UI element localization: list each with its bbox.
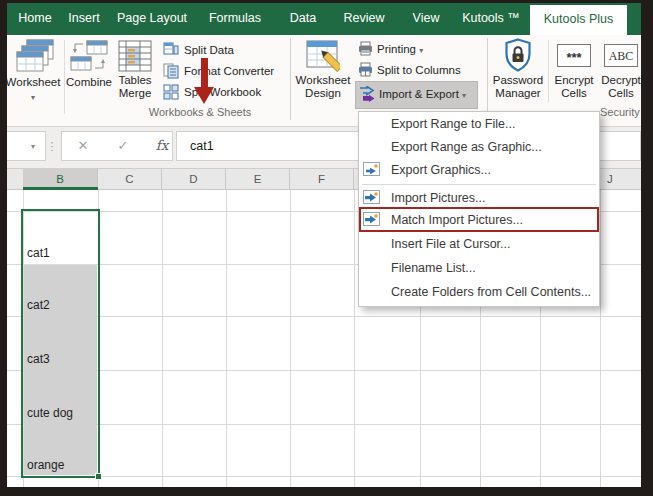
menu-item-export-range-as-graphic[interactable]: Export Range as Graphic... (359, 136, 599, 159)
menu-item-export-range-to-file[interactable]: Export Range to File... (359, 113, 599, 136)
fill-handle[interactable] (95, 473, 102, 480)
worksheet-stack-icon (16, 39, 54, 73)
printing-icon (358, 41, 373, 56)
tab-kutools[interactable]: Kutools ™ (446, 8, 536, 32)
gridline (162, 190, 163, 487)
decrypt-cells-button[interactable]: Decrypt Cells (596, 74, 646, 100)
formula-bar-dots-icon[interactable]: ⋮ (46, 136, 58, 156)
highlight-box (359, 207, 599, 232)
gridline (290, 190, 291, 487)
menu-item-export-graphics[interactable]: Export Graphics... (359, 159, 599, 182)
split-workbook-icon (163, 84, 179, 100)
import-export-menu: Export Range to File... Export Range as … (358, 111, 600, 307)
insert-function-icon[interactable]: fx (151, 137, 173, 153)
split-to-columns-icon (358, 62, 373, 77)
printing-caret-icon: ▾ (419, 46, 423, 55)
group-label-security: Security (600, 106, 645, 118)
split-data-icon (163, 42, 179, 58)
column-header-D[interactable]: D (162, 168, 226, 190)
group-separator (290, 38, 291, 120)
encrypt-cells-button[interactable]: Encrypt Cells (549, 74, 599, 100)
name-box-caret-icon[interactable]: ▾ (24, 143, 42, 151)
frame-border-left (0, 0, 7, 496)
column-header-J[interactable]: J (600, 168, 641, 190)
password-manager-shield-icon (503, 38, 533, 72)
menu-item-filename-list[interactable]: Filename List... (359, 257, 599, 280)
combine-button[interactable]: Combine (62, 76, 116, 89)
tab-page-layout[interactable]: Page Layout (102, 8, 202, 32)
tables-merge-label-1: Tables (110, 74, 160, 87)
selected-column-underline (23, 187, 98, 190)
gridline (226, 190, 227, 487)
enter-icon[interactable]: ✓ (112, 136, 134, 156)
split-data-button[interactable]: Split Data (184, 43, 234, 57)
import-export-button[interactable]: Import & Export ▾ (379, 87, 466, 101)
encrypt-cells-label-2: Cells (549, 87, 599, 100)
worksheet-design-label-1: Worksheet (292, 74, 354, 87)
tables-merge-button[interactable]: Tables Merge (110, 74, 160, 100)
frame-border-right (641, 0, 653, 496)
worksheet-design-button[interactable]: Worksheet Design (292, 74, 354, 100)
encrypt-cells-label-1: Encrypt (549, 74, 599, 87)
decrypt-cells-label-2: Cells (596, 87, 646, 100)
group-label-workbooks-sheets: Workbooks & Sheets (110, 106, 290, 118)
export-graphics-icon (363, 162, 381, 178)
tab-kutools-plus[interactable]: Kutools Plus (530, 5, 627, 35)
gridline (600, 190, 601, 487)
annotation-arrow-icon (194, 87, 214, 104)
password-manager-label-2: Manager (488, 87, 548, 100)
split-to-columns-button[interactable]: Split to Columns (377, 63, 461, 77)
decrypt-cells-label-1: Decrypt (596, 74, 646, 87)
gridline (354, 190, 355, 487)
password-manager-label-1: Password (488, 74, 548, 87)
menu-item-insert-file-at-cursor[interactable]: Insert File at Cursor... (359, 233, 599, 256)
decrypt-cells-icon: ABC (604, 44, 638, 67)
menu-separator (362, 184, 596, 185)
format-converter-icon (163, 63, 179, 79)
printing-button[interactable]: Printing ▾ (377, 42, 423, 56)
worksheet-design-icon (306, 40, 340, 72)
gridline (7, 370, 641, 371)
column-header-C[interactable]: C (98, 168, 162, 190)
cancel-icon[interactable]: ✕ (72, 136, 94, 156)
password-manager-button[interactable]: Password Manager (488, 74, 548, 100)
format-converter-button[interactable]: Format Converter (184, 64, 274, 78)
import-export-icon (359, 86, 376, 103)
gridline (7, 316, 641, 317)
worksheet-design-label-2: Design (292, 87, 354, 100)
gridline (7, 476, 641, 477)
column-header-E[interactable]: E (226, 168, 290, 190)
import-export-caret-icon: ▾ (462, 91, 466, 100)
combine-icon (68, 40, 110, 72)
import-pictures-icon (363, 190, 381, 206)
tables-merge-label-2: Merge (110, 87, 160, 100)
column-header-F[interactable]: F (290, 168, 354, 190)
menu-item-create-folders[interactable]: Create Folders from Cell Contents... (359, 281, 599, 304)
worksheet-dropdown-caret-icon[interactable]: ▾ (2, 94, 64, 102)
excel-window: Home Insert Page Layout Formulas Data Re… (0, 0, 653, 496)
annotation-arrow-shaft (201, 58, 208, 88)
frame-border-bottom (0, 487, 653, 496)
gridline (7, 424, 641, 425)
encrypt-cells-icon: *** (557, 44, 591, 67)
worksheet-button[interactable]: Worksheet (2, 76, 64, 89)
selection-border (21, 209, 100, 478)
tables-merge-icon (118, 40, 152, 72)
frame-border-top (0, 0, 653, 3)
